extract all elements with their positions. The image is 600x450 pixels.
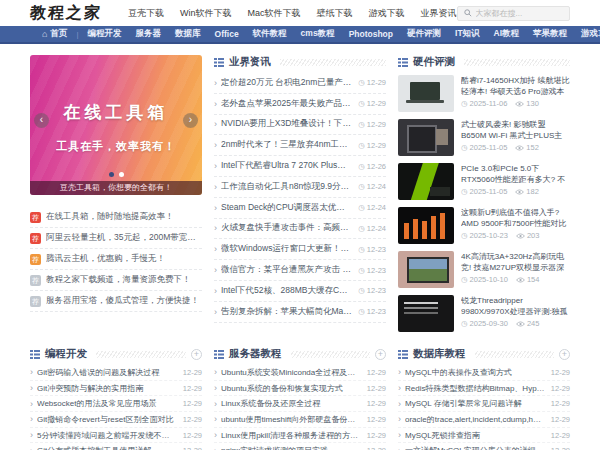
article-item[interactable]: ›一文详解MySQL实现分库分表的详细步骤12-29 [398,443,570,450]
article-item[interactable]: ›oracle的trace,alert,incident,cdump,hm...… [398,412,570,428]
nav-game-guide[interactable]: 游戏攻略 [574,28,600,40]
article-item[interactable]: ›nginx实时请求监测的项目实践12-29 [214,443,386,450]
nav-office[interactable]: Office [208,29,246,39]
article-item[interactable]: ›Ubuntu系统的备份和恢复实现方式12-29 [214,381,386,397]
nav-server[interactable]: 服务器 [129,28,169,40]
top-nav-mac-download[interactable]: Mac软件下载 [248,7,301,20]
carousel-dot-1[interactable] [109,172,114,177]
news-date: ◷12-23 [358,245,386,254]
promo-item[interactable]: 荐 阿里云轻量主机，35元起，200M带宽不限流量！ [30,228,202,249]
top-nav-douke-download[interactable]: 豆壳下载 [128,7,164,20]
article-item[interactable]: ›Git撤销命令revert与reset区别全面对比12-29 [30,412,202,428]
search-box[interactable] [457,6,570,21]
article-item[interactable]: ›Linux系统备份及还原全过程12-29 [214,396,386,412]
news-title: Intel下代酷睿Ultra 7 270K Plus跑分曝... [221,160,352,172]
recommend-icon: 荐 [30,233,41,244]
top-nav-wallpaper-download[interactable]: 壁纸下载 [317,7,353,20]
hardware-cards: 酷睿i7-14650HX加持 续航堪比轻薄本! 华硕天选6 Pro游戏本 ◷20… [398,73,570,337]
article-item[interactable]: ›Git分布式版本控制工具使用详解12-29 [30,443,202,450]
motherboard-photo-thumbnail [398,119,454,156]
nav-it-knowledge[interactable]: IT知识 [448,28,487,40]
news-item[interactable]: ›Intel下代酷睿Ultra 7 270K Plus跑分曝...◷12-26 [214,156,386,177]
carousel-banner[interactable]: 在线工具箱 工具在手，效率我有！ ‹ › 豆壳工具箱，你想要的全都有！ [30,55,202,195]
article-title: Redis特殊类型数据结构Bitmap、Hyper... [405,383,545,394]
article-item[interactable]: ›Linux使用pkill清理各种服务进程的方法...12-29 [214,428,386,444]
hardware-article[interactable]: 这颗新U到底值不值得入手? AMD 9500F和7500F性能对比测评 ◷202… [398,205,570,249]
programming-list: ›Git密码输入错误的问题及解决过程12-29 ›Git冲突预防与解决的实用指南… [30,365,202,450]
article-item[interactable]: ›Git冲突预防与解决的实用指南12-29 [30,381,202,397]
article-item[interactable]: ›Ubuntu系统安装Miniconda全过程及注...12-29 [214,365,386,381]
site-logo[interactable]: 教程之家 [29,3,102,24]
news-item[interactable]: ›火绒复盘快手遭攻击事件：高频自动化...◷12-24 [214,219,386,240]
banner-subtitle: 工具在手，效率我有！ [30,139,202,154]
news-item[interactable]: ›微软Windows运行窗口大更新！提前启...◷12-23 [214,239,386,260]
clock-icon: ◷ [461,275,468,284]
news-item[interactable]: ›2nm时代来了！三星放弃4nm工艺：全...◷12-29 [214,135,386,156]
caret-icon: › [30,430,33,440]
article-item[interactable]: ›MySQL死锁排查指南12-29 [398,428,570,444]
caret-icon: › [30,399,33,409]
search-input[interactable] [476,9,563,18]
article-item[interactable]: ›Git密码输入错误的问题及解决过程12-29 [30,365,202,381]
left-column: 在线工具箱 工具在手，效率我有！ ‹ › 豆壳工具箱，你想要的全都有！ 荐 在线… [30,55,202,337]
top-nav-industry-news[interactable]: 业界资讯 [421,7,457,20]
nav-cms[interactable]: cms教程 [294,28,342,40]
news-date: ◷12-26 [358,162,386,171]
recommend-icon: 荐 [30,275,41,286]
clock-icon: ◷ [358,266,365,275]
article-item[interactable]: ›ubuntu使用timeshift向外部硬盘备份方式12-29 [214,412,386,428]
news-item[interactable]: ›定价超20万元 台积电2nm已量产：iPho...◷12-29 [214,73,386,94]
clock-icon: ◷ [358,307,365,316]
promo-item[interactable]: 荐 腾讯云主机，优惠购，手慢无！ [30,249,202,270]
views-icon [516,277,525,283]
hardware-article[interactable]: PCIe 3.0和PCIe 5.0下RTX5060性能差距有多大? 不同PCIe… [398,161,570,205]
nav-photoshop[interactable]: Photoshop [342,29,400,39]
nav-ai[interactable]: AI教程 [487,28,527,40]
clock-icon: ◷ [461,231,468,240]
more-plus-button[interactable]: + [191,349,202,360]
article-item[interactable]: ›MySQL中的表操作及查询方式12-29 [398,365,570,381]
hardware-article[interactable]: 武士破风袭来! 影驰联盟 B650M Wi-Fi 黑武士PLUS主板评测 ◷20… [398,117,570,161]
caret-icon: › [398,430,401,440]
list-icon [214,349,224,359]
carousel-next-button[interactable]: › [183,113,198,128]
top-nav-win-download[interactable]: Win软件下载 [180,7,232,20]
news-item[interactable]: ›老外盘点苹果2025年最失败产品！iPho...◷12-29 [214,94,386,115]
nav-software[interactable]: 软件教程 [246,28,294,40]
carousel-prev-button[interactable]: ‹ [34,113,49,128]
article-title: 一文详解MySQL实现分库分表的详细步骤 [405,445,545,450]
news-item[interactable]: ›工作流自动化工具n8n惊现9.9分漏洞！...◷12-24 [214,177,386,198]
search-icon [464,9,472,17]
news-item[interactable]: ›告别复杂拆解：苹果大幅简化MacBook ...◷12-23 [214,302,386,323]
carousel-dot-2[interactable] [119,172,124,177]
more-plus-button[interactable]: + [375,349,386,360]
promo-item[interactable]: 荐 在线工具箱，随时随地提高效率！ [30,207,202,228]
article-title: Ubuntu系统安装Miniconda全过程及注... [221,367,361,378]
promo-item[interactable]: 荐 教程之家下载频道，海量资源免费下！ [30,270,202,291]
article-item[interactable]: ›Websocket的用法及常见应用场景12-29 [30,396,202,412]
news-date: ◷12-24 [358,203,386,212]
news-item[interactable]: ›Intel下代52核、288MB大缓存CPU不会...◷12-23 [214,281,386,302]
news-item[interactable]: ›微信官方：某平台遭黑灰产攻击 传言"点...◷12-23 [214,260,386,281]
database-section: 数据库教程 + ›MySQL中的表操作及查询方式12-29 ›Redis特殊类型… [398,347,570,450]
hardware-article[interactable]: 酷睿i7-14650HX加持 续航堪比轻薄本! 华硕天选6 Pro游戏本 ◷20… [398,73,570,117]
article-item[interactable]: ›Redis特殊类型数据结构Bitmap、Hyper...12-29 [398,381,570,397]
article-item[interactable]: ›5分钟读懂跨域问题之前端开发绕不开的...12-29 [30,428,202,444]
nav-apple[interactable]: 苹果教程 [526,28,574,40]
views-icon [515,189,524,195]
top-nav-game-download[interactable]: 游戏下载 [369,7,405,20]
article-meta: ◷2025-11-06 130 [461,99,570,108]
hardware-article[interactable]: 4K高清玩3A+320Hz高刷玩电竞! 技嘉M27UP双模显示器深度体 ◷202… [398,249,570,293]
top-header: 教程之家 豆壳下载 Win软件下载 Mac软件下载 壁纸下载 游戏下载 业界资讯 [0,0,600,26]
news-item[interactable]: ›NVIDIA要用上X3D堆叠设计！下代Feyn...◷12-29 [214,115,386,136]
hardware-article[interactable]: 锐龙Threadripper 9980X/9970X处理器评测:独孤求败的HED… [398,293,570,337]
article-meta: ◷2025-10-23 203 [461,231,570,240]
nav-database[interactable]: 数据库 [168,28,208,40]
nav-home[interactable]: ⌂ 首页 [30,28,74,40]
nav-programming[interactable]: 编程开发 [81,28,129,40]
promo-item[interactable]: 荐 服务器用宝塔，傻瓜式管理，方便快捷！ [30,291,202,312]
article-item[interactable]: ›MySQL 存储引擎层常见问题详解12-29 [398,396,570,412]
more-plus-button[interactable]: + [559,349,570,360]
news-item[interactable]: ›Steam Deck的CPU调度器太优秀！Met...◷12-24 [214,198,386,219]
nav-hardware[interactable]: 硬件评测 [400,28,448,40]
